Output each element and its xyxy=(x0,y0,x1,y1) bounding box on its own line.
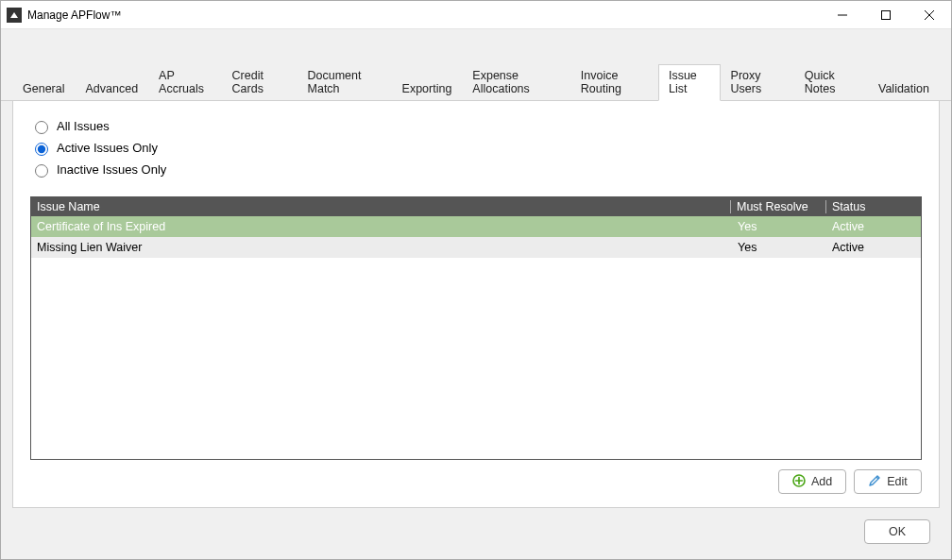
cell-issue-name: Missing Lien Waiver xyxy=(31,239,732,256)
tab-expense-allocations[interactable]: Expense Allocations xyxy=(462,64,570,100)
ok-button[interactable]: OK xyxy=(864,519,930,544)
tab-general[interactable]: General xyxy=(12,77,75,100)
window-title: Manage APFlow™ xyxy=(27,8,121,22)
radio-inactive-issues[interactable]: Inactive Issues Only xyxy=(30,161,922,178)
table-row[interactable]: Missing Lien Waiver Yes Active xyxy=(31,237,921,258)
add-button-label: Add xyxy=(811,475,832,488)
titlebar: Manage APFlow™ xyxy=(1,1,951,29)
ok-button-label: OK xyxy=(889,525,906,538)
radio-active-issues[interactable]: Active Issues Only xyxy=(30,140,922,156)
tab-proxy-users[interactable]: Proxy Users xyxy=(721,64,794,100)
dialog-footer: OK xyxy=(1,508,951,559)
radio-active-issues-input[interactable] xyxy=(35,143,48,156)
radio-inactive-issues-input[interactable] xyxy=(35,164,48,178)
tab-invoice-routing[interactable]: Invoice Routing xyxy=(570,64,658,100)
grid-body[interactable]: Certificate of Ins Expired Yes Active Mi… xyxy=(31,216,921,459)
cell-status: Active xyxy=(826,239,921,256)
tab-ap-accruals[interactable]: AP Accruals xyxy=(148,64,221,100)
plus-circle-icon xyxy=(792,474,806,490)
tab-quick-notes[interactable]: Quick Notes xyxy=(794,64,868,100)
app-icon xyxy=(7,8,22,23)
grid-action-buttons: Add Edit xyxy=(30,469,922,494)
tab-validation[interactable]: Validation xyxy=(868,77,940,100)
tab-credit-cards[interactable]: Credit Cards xyxy=(222,64,298,100)
issues-grid: Issue Name Must Resolve Status Certifica… xyxy=(30,196,922,460)
tab-exporting[interactable]: Exporting xyxy=(392,77,463,100)
radio-all-issues-label: All Issues xyxy=(57,119,110,133)
cell-status: Active xyxy=(826,218,921,235)
col-header-status[interactable]: Status xyxy=(826,198,921,215)
cell-issue-name: Certificate of Ins Expired xyxy=(31,218,732,235)
app-window: Manage APFlow™ General Advanced AP Accru… xyxy=(0,0,952,560)
window-controls xyxy=(821,1,951,29)
tab-document-match[interactable]: Document Match xyxy=(298,64,392,100)
tab-strip: General Advanced AP Accruals Credit Card… xyxy=(1,78,951,101)
pencil-icon xyxy=(868,474,881,490)
maximize-button[interactable] xyxy=(864,1,908,29)
grid-header: Issue Name Must Resolve Status xyxy=(31,197,921,216)
edit-button-label: Edit xyxy=(887,475,908,488)
tab-panel: All Issues Active Issues Only Inactive I… xyxy=(12,101,940,508)
close-button[interactable] xyxy=(908,1,951,29)
filter-radios: All Issues Active Issues Only Inactive I… xyxy=(30,118,922,183)
add-button[interactable]: Add xyxy=(778,469,846,494)
radio-all-issues[interactable]: All Issues xyxy=(30,118,922,134)
cell-must-resolve: Yes xyxy=(732,218,826,235)
cell-must-resolve: Yes xyxy=(732,239,826,256)
tab-issue-list[interactable]: Issue List xyxy=(658,64,721,101)
edit-button[interactable]: Edit xyxy=(854,469,922,494)
radio-all-issues-input[interactable] xyxy=(35,121,48,134)
radio-inactive-issues-label: Inactive Issues Only xyxy=(57,162,166,177)
tab-advanced[interactable]: Advanced xyxy=(75,77,148,100)
minimize-button[interactable] xyxy=(821,1,864,29)
col-header-issue-name[interactable]: Issue Name xyxy=(31,198,730,215)
radio-active-issues-label: Active Issues Only xyxy=(57,141,158,155)
table-row[interactable]: Certificate of Ins Expired Yes Active xyxy=(31,216,921,237)
col-header-must-resolve[interactable]: Must Resolve xyxy=(731,198,825,215)
svg-rect-0 xyxy=(882,11,891,20)
